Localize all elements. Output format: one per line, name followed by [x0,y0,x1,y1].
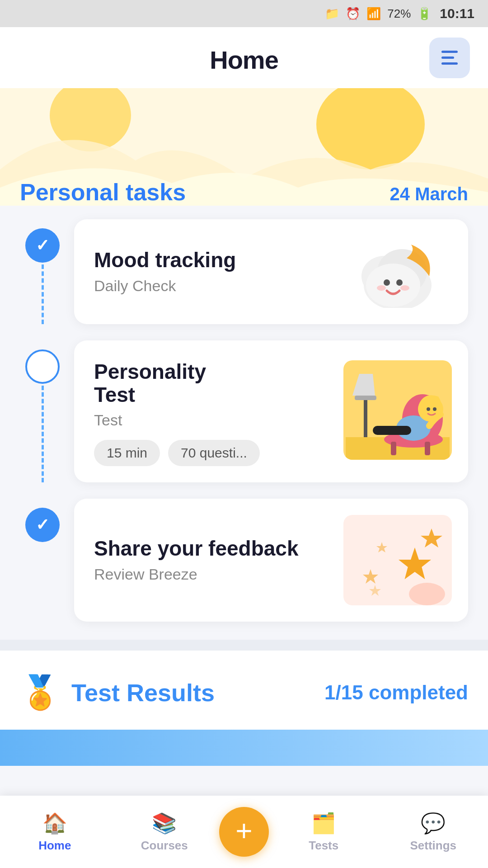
svg-rect-21 [373,426,411,435]
svg-point-6 [366,264,420,307]
svg-point-10 [400,285,409,291]
add-button[interactable]: + [219,807,269,857]
menu-icon [441,51,458,65]
nav-item-settings[interactable]: 💬 Settings [379,811,488,853]
svg-rect-13 [364,396,367,437]
personal-tasks-header: Personal tasks 24 March [0,179,488,215]
task-row-mood: ✓ Mood tracking Daily Check [20,219,468,324]
bottom-nav: 🏠 Home 📚 Courses + 🗂️ Tests 💬 Settings [0,796,488,868]
timeline-col-2 [20,340,65,482]
nav-label-home: Home [38,839,71,853]
task-image-feedback [343,515,452,605]
timeline-dot-mood[interactable]: ✓ [25,228,60,263]
task-subtitle-feedback: Review Breeze [94,566,343,583]
task-card-mood[interactable]: Mood tracking Daily Check [74,219,468,324]
personality-svg [346,360,450,460]
svg-point-8 [396,279,403,286]
time-display: 10:11 [440,6,474,21]
battery-text: 72% [387,7,411,21]
timeline-dot-personality[interactable] [25,349,60,384]
courses-icon: 📚 [152,811,177,835]
test-results-bar [0,730,488,766]
menu-button[interactable] [429,38,470,78]
settings-icon: 💬 [421,811,446,835]
svg-point-9 [377,285,386,291]
task-image-mood [343,236,452,308]
nav-item-courses[interactable]: 📚 Courses [110,811,220,853]
home-icon: 🏠 [42,811,67,835]
svg-rect-14 [355,396,376,400]
wifi-icon: 📶 [366,7,381,21]
task-subtitle-mood: Daily Check [94,277,343,295]
menu-line-1 [441,51,458,53]
svg-point-30 [409,583,445,605]
svg-point-24 [433,407,436,411]
nav-item-tests[interactable]: 🗂️ Tests [269,811,379,853]
timeline-line-1 [42,264,44,324]
page-header: Home [0,27,488,88]
timeline-col-3: ✓ [20,499,65,622]
tests-icon: 🗂️ [311,811,336,835]
task-image-personality [343,360,452,460]
page-title: Home [210,45,278,75]
feedback-svg [346,515,450,605]
test-results-left: 🏅 Test Results [20,673,215,712]
status-icons: 📁 ⏰ 📶 72% 🔋 [325,7,432,21]
timeline-col-1: ✓ [20,219,65,324]
task-title-feedback: Share your feedback [94,537,343,560]
test-results-progress: 1/15 completed [324,681,468,704]
nav-label-settings: Settings [410,839,456,853]
menu-line-3 [441,62,458,65]
task-card-feedback-content: Share your feedback Review Breeze [94,537,343,583]
task-row-personality: PersonalityTest Test 15 min 70 questi... [20,340,468,482]
task-card-feedback[interactable]: Share your feedback Review Breeze [74,499,468,622]
svg-point-23 [427,407,430,411]
status-bar: 📁 ⏰ 📶 72% 🔋 10:11 [0,0,488,27]
task-card-personality[interactable]: PersonalityTest Test 15 min 70 questi... [74,340,468,482]
timeline-dot-feedback[interactable]: ✓ [25,508,60,542]
nav-label-tests: Tests [309,839,338,853]
task-tag-questions: 70 questi... [168,440,260,466]
task-card-personality-content: PersonalityTest Test 15 min 70 questi... [94,360,343,466]
test-results-icon: 🏅 [20,673,61,712]
svg-point-7 [384,279,390,286]
test-results-section[interactable]: 🏅 Test Results 1/15 completed [0,651,488,730]
task-tag-duration: 15 min [94,440,160,466]
file-icon: 📁 [325,7,339,21]
personal-tasks-date: 24 March [390,184,468,204]
alarm-icon: ⏰ [346,7,360,21]
add-icon: + [235,816,252,845]
svg-rect-19 [425,442,430,455]
task-tags-personality: 15 min 70 questi... [94,440,343,466]
timeline-line-2 [42,386,44,482]
personal-tasks-label: Personal tasks [20,179,186,206]
check-icon-feedback: ✓ [36,515,49,534]
moon-face-svg [352,236,443,308]
task-title-personality: PersonalityTest [94,360,343,406]
task-title-mood: Mood tracking [94,249,343,272]
check-icon-mood: ✓ [36,236,49,255]
battery-icon: 🔋 [417,7,432,21]
tasks-container: ✓ Mood tracking Daily Check [0,215,488,640]
task-subtitle-personality: Test [94,411,343,429]
section-divider [0,640,488,651]
test-results-label: Test Results [71,679,215,707]
task-row-feedback: ✓ Share your feedback Review Breeze [20,499,468,622]
nav-item-home[interactable]: 🏠 Home [0,811,110,853]
nav-label-courses: Courses [141,839,188,853]
menu-line-2 [441,57,454,59]
task-card-mood-content: Mood tracking Daily Check [94,249,343,295]
svg-rect-18 [391,442,396,455]
